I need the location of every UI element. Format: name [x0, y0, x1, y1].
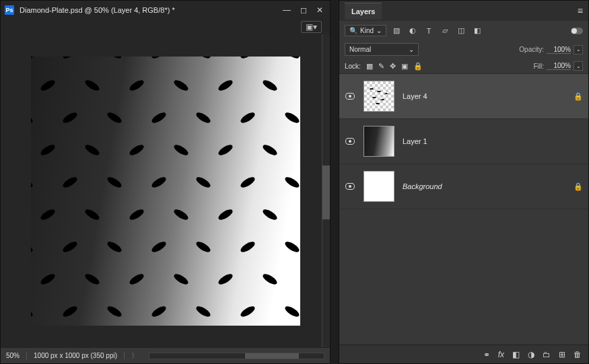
diamond-stud — [31, 240, 34, 254]
diamond-stud — [31, 110, 34, 124]
opacity-value[interactable]: 100% — [547, 46, 571, 54]
horizontal-scrollbar[interactable] — [149, 353, 324, 359]
layer-thumbnail[interactable] — [363, 81, 394, 112]
layers-panel: Layers ≡ 🔍 Kind ⌄ ▧ ◐ T ▱ ◫ ◧ Normal ⌄ O… — [339, 0, 589, 364]
diamond-stud — [239, 304, 256, 318]
canvas[interactable] — [31, 57, 300, 326]
diamond-stud — [128, 207, 145, 221]
blend-row: Normal ⌄ Opacity: 100% ⌄ — [339, 40, 588, 59]
layer-filter-row: 🔍 Kind ⌄ ▧ ◐ T ▱ ◫ ◧ — [339, 21, 588, 40]
diamond-stud — [61, 110, 79, 124]
diamond-stud — [195, 110, 212, 124]
layer-row[interactable]: Background🔒 — [339, 164, 588, 209]
diamond-stud — [150, 240, 168, 254]
diamond-stud — [172, 78, 190, 92]
filter-adjustment-icon[interactable]: ◐ — [407, 26, 419, 36]
lock-indicator-icon[interactable]: 🔒 — [574, 92, 583, 101]
diamond-stud — [261, 143, 279, 157]
filter-smartobject-icon[interactable]: ◫ — [455, 26, 467, 36]
fill-dropdown-icon[interactable]: ⌄ — [574, 61, 583, 71]
minimize-button[interactable]: — — [283, 5, 291, 15]
diamond-stud — [283, 57, 300, 61]
filter-kind-dropdown[interactable]: 🔍 Kind ⌄ — [345, 25, 386, 36]
vertical-scrollbar[interactable] — [322, 34, 330, 347]
diamond-stud — [239, 110, 256, 124]
lock-image-icon[interactable]: ✎ — [378, 62, 384, 71]
diamond-stud — [239, 57, 256, 61]
close-button[interactable]: ✕ — [316, 5, 323, 15]
diamond-stud — [106, 175, 123, 189]
document-statusbar: 50% 1000 px x 1000 px (350 ppi) 〉 — [1, 347, 330, 363]
layer-row[interactable]: Layer 4🔒 — [339, 74, 588, 119]
diamond-stud — [217, 272, 234, 286]
filter-toggle[interactable] — [571, 28, 583, 34]
diamond-stud — [261, 78, 279, 92]
document-info[interactable]: 1000 px x 1000 px (350 ppi) — [26, 352, 125, 359]
horizontal-scroll-thumb[interactable] — [245, 353, 299, 359]
lock-indicator-icon[interactable]: 🔒 — [574, 182, 583, 191]
opacity-dropdown-icon[interactable]: ⌄ — [574, 45, 583, 54]
layers-tab[interactable]: Layers — [345, 3, 382, 20]
filter-kind-label: Kind — [360, 27, 374, 34]
panel-menu-icon[interactable]: ≡ — [578, 5, 583, 16]
layer-name[interactable]: Layer 1 — [403, 137, 565, 145]
diamond-stud — [31, 57, 34, 61]
zoom-level[interactable]: 50% — [6, 352, 20, 359]
diamond-stud — [128, 272, 145, 286]
lock-transparent-icon[interactable]: ▩ — [366, 62, 373, 71]
diamond-stud — [61, 57, 79, 61]
filter-artboard-icon[interactable]: ◧ — [471, 26, 483, 36]
diamond-stud — [83, 78, 101, 92]
diamond-stud — [195, 57, 212, 61]
filter-type-icon[interactable]: T — [423, 26, 435, 36]
diamond-stud — [83, 207, 101, 221]
maximize-button[interactable]: ◻ — [300, 5, 307, 15]
adjustment-layer-icon[interactable]: ◑ — [528, 350, 534, 359]
info-menu-chevron-icon[interactable]: 〉 — [131, 351, 138, 361]
diamond-stud — [31, 175, 34, 189]
diamond-stud — [128, 143, 145, 157]
lock-position-icon[interactable]: ✥ — [390, 62, 396, 71]
new-layer-icon[interactable]: ⊞ — [559, 350, 565, 359]
diamond-stud — [39, 78, 57, 92]
link-layers-icon[interactable]: ⚭ — [483, 350, 490, 359]
document-titlebar: Ps Diamond-Plate.psd @ 50% (Layer 4, RGB… — [1, 1, 330, 20]
fill-label: Fill: — [533, 63, 544, 70]
eye-icon — [345, 93, 355, 100]
filter-shape-icon[interactable]: ▱ — [439, 26, 451, 36]
diamond-stud — [150, 57, 168, 61]
diamond-stud — [239, 240, 256, 254]
layer-thumbnail[interactable] — [363, 126, 394, 157]
diamond-stud — [150, 304, 168, 318]
visibility-toggle[interactable] — [345, 183, 355, 190]
delete-layer-icon[interactable]: 🗑 — [574, 350, 582, 359]
chevron-down-icon: ⌄ — [376, 27, 382, 34]
vertical-scroll-thumb[interactable] — [322, 166, 330, 219]
layer-mask-icon[interactable]: ◧ — [512, 350, 520, 359]
layer-name[interactable]: Layer 4 — [403, 92, 565, 100]
layer-style-icon[interactable]: fx — [498, 350, 504, 359]
layer-row[interactable]: Layer 1 — [339, 119, 588, 164]
layer-thumbnail[interactable] — [363, 171, 394, 202]
fill-value[interactable]: 100% — [547, 62, 571, 70]
layer-group-icon[interactable]: 🗀 — [543, 350, 551, 359]
diamond-stud — [283, 175, 300, 189]
eye-icon — [345, 183, 355, 190]
diamond-stud — [106, 304, 123, 318]
blend-mode-dropdown[interactable]: Normal ⌄ — [345, 43, 419, 56]
diamond-stud — [261, 272, 279, 286]
visibility-toggle[interactable] — [345, 138, 355, 145]
diamond-stud — [283, 304, 300, 318]
lock-artboard-icon[interactable]: ▣ — [401, 62, 408, 71]
diamond-stud — [39, 143, 57, 157]
filter-pixel-icon[interactable]: ▧ — [390, 26, 403, 36]
lock-all-icon[interactable]: 🔒 — [413, 62, 423, 71]
arrange-documents-icon[interactable]: ▣▾ — [301, 21, 322, 33]
chevron-down-icon: ⌄ — [409, 46, 414, 53]
visibility-toggle[interactable] — [345, 93, 355, 100]
diamond-stud — [217, 78, 234, 92]
canvas-area[interactable] — [1, 34, 330, 347]
diamond-stud — [106, 240, 123, 254]
diamond-stud — [128, 78, 145, 92]
layer-name[interactable]: Background — [403, 182, 565, 190]
